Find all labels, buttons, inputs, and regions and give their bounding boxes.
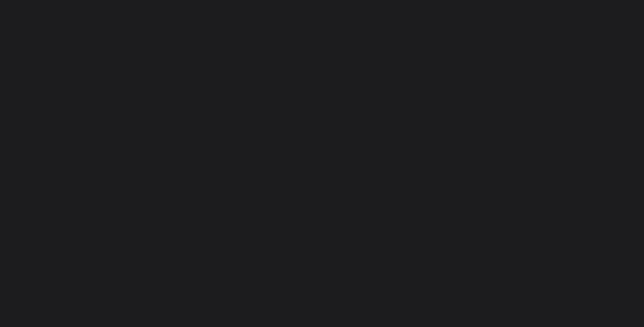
model-render[interactable] — [0, 0, 644, 327]
viewport-3d[interactable] — [0, 0, 644, 327]
